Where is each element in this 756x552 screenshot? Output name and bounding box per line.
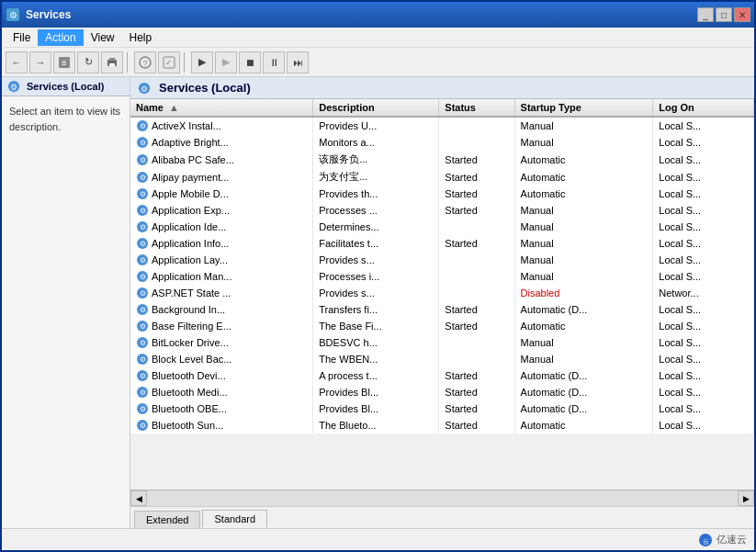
service-icon: ⚙ — [136, 136, 149, 149]
table-row[interactable]: ⚙Application Info...Facilitates t...Star… — [130, 235, 754, 252]
service-startup-cell: Automatic — [514, 151, 653, 168]
service-status-cell — [439, 351, 514, 367]
help-button[interactable]: ? — [134, 51, 156, 73]
table-row[interactable]: ⚙Background In...Transfers fi...StartedA… — [130, 301, 754, 318]
table-row[interactable]: ⚙Adaptive Bright...Monitors a...ManualLo… — [130, 134, 754, 151]
table-row[interactable]: ⚙Alibaba PC Safe...该服务负...StartedAutomat… — [130, 151, 754, 168]
svg-rect-6 — [109, 63, 115, 66]
refresh-button[interactable]: ↻ — [77, 51, 99, 73]
table-row[interactable]: ⚙ASP.NET State ...Provides s...DisabledN… — [130, 285, 754, 301]
service-logon-cell: Local S... — [653, 151, 754, 168]
minimize-button[interactable]: _ — [697, 7, 714, 22]
col-header-name[interactable]: Name ▲ — [130, 99, 313, 117]
pause-button[interactable]: ⏸ — [263, 51, 285, 73]
maximize-button[interactable]: □ — [716, 7, 732, 22]
col-header-logon[interactable]: Log On — [653, 99, 754, 117]
col-header-status[interactable]: Status — [439, 99, 514, 117]
play2-button[interactable]: ▶ — [215, 51, 237, 73]
service-name-cell: ⚙Bluetooth Medi... — [130, 384, 313, 400]
table-row[interactable]: ⚙Apple Mobile D...Provides th...StartedA… — [130, 186, 754, 202]
scroll-track[interactable] — [147, 490, 738, 506]
svg-text:✓: ✓ — [165, 58, 173, 67]
scroll-right-button[interactable]: ▶ — [738, 490, 754, 506]
col-header-startup[interactable]: Startup Type — [514, 99, 653, 117]
service-status-cell: Started — [439, 168, 514, 186]
right-panel-header: ⚙ Services (Local) — [130, 77, 754, 99]
svg-text:⚙: ⚙ — [140, 405, 146, 413]
service-startup-cell: Automatic — [514, 318, 653, 334]
service-desc-cell: Provides Bl... — [313, 384, 439, 400]
stop-button[interactable]: ⏹ — [239, 51, 261, 73]
service-icon: ⚙ — [136, 153, 149, 166]
main-content: ⚙ Services (Local) Select an item to vie… — [2, 77, 754, 528]
service-status-cell: Started — [439, 235, 514, 252]
service-status-cell — [439, 252, 514, 268]
service-logon-cell: Local S... — [653, 186, 754, 202]
service-status-cell: Started — [439, 417, 514, 434]
service-icon: ⚙ — [136, 119, 149, 132]
table-row[interactable]: ⚙BitLocker Drive...BDESVC h...ManualLoca… — [130, 334, 754, 351]
menu-file[interactable]: File — [6, 29, 38, 46]
service-status-cell: Started — [439, 186, 514, 202]
service-name-cell: ⚙Block Level Bac... — [130, 351, 313, 367]
service-desc-cell: Provides Bl... — [313, 400, 439, 417]
svg-text:⚙: ⚙ — [140, 223, 146, 231]
service-desc-cell: Transfers fi... — [313, 301, 439, 318]
window-icon: ⚙ — [6, 7, 20, 22]
service-startup-cell: Automatic (D... — [514, 400, 653, 417]
svg-text:⚙: ⚙ — [140, 355, 146, 364]
table-row[interactable]: ⚙Application Exp...Processes ...StartedM… — [130, 202, 754, 219]
table-row[interactable]: ⚙Bluetooth Devi...A process t...StartedA… — [130, 367, 754, 384]
table-row[interactable]: ⚙Application Man...Processes i...ManualL… — [130, 268, 754, 285]
service-logon-cell: Local S... — [653, 134, 754, 151]
service-status-cell: Started — [439, 400, 514, 417]
table-row[interactable]: ⚙Alipay payment...为支付宝...StartedAutomati… — [130, 168, 754, 186]
menu-view[interactable]: View — [84, 29, 122, 46]
service-icon: ⚙ — [136, 220, 149, 233]
service-startup-cell: Automatic (D... — [514, 367, 653, 384]
table-row[interactable]: ⚙Base Filtering E...The Base Fi...Starte… — [130, 318, 754, 334]
table-row[interactable]: ⚙Bluetooth Sun...The Blueto...StartedAut… — [130, 417, 754, 434]
table-row[interactable]: ⚙Bluetooth OBE...Provides Bl...StartedAu… — [130, 400, 754, 417]
service-icon: ⚙ — [136, 353, 149, 366]
export-button[interactable]: ✓ — [158, 51, 180, 73]
svg-text:⚙: ⚙ — [140, 190, 146, 198]
service-status-cell: Started — [439, 202, 514, 219]
service-status-cell: Started — [439, 318, 514, 334]
horizontal-scrollbar[interactable]: ◀ ▶ — [130, 490, 754, 506]
close-button[interactable]: ✕ — [734, 7, 750, 22]
scroll-left-button[interactable]: ◀ — [130, 490, 147, 506]
left-panel-description: Select an item to view its description. — [2, 96, 130, 141]
menu-action[interactable]: Action — [38, 29, 83, 46]
print-button[interactable] — [101, 51, 123, 73]
services-table[interactable]: Name ▲ Description Status Startup Type L… — [130, 99, 754, 490]
table-row[interactable]: ⚙Bluetooth Medi...Provides Bl...StartedA… — [130, 384, 754, 400]
forward-button[interactable]: → — [29, 51, 51, 73]
svg-text:≡: ≡ — [62, 58, 67, 68]
tab-extended[interactable]: Extended — [134, 511, 200, 528]
svg-text:⚙: ⚙ — [140, 372, 146, 380]
service-status-cell — [439, 134, 514, 151]
service-icon: ⚙ — [136, 369, 149, 382]
service-desc-cell: Monitors a... — [313, 134, 439, 151]
bottom-tabs: Extended Standard — [130, 506, 754, 528]
col-header-desc[interactable]: Description — [313, 99, 439, 117]
service-desc-cell: Determines... — [313, 219, 439, 235]
table-row[interactable]: ⚙Block Level Bac...The WBEN...ManualLoca… — [130, 351, 754, 367]
table-row[interactable]: ⚙Application Lay...Provides s...ManualLo… — [130, 252, 754, 268]
restart-button[interactable]: ⏭ — [287, 51, 309, 73]
menu-help[interactable]: Help — [122, 29, 160, 46]
service-desc-cell: The WBEN... — [313, 351, 439, 367]
tab-standard[interactable]: Standard — [202, 510, 267, 528]
left-panel-header: ⚙ Services (Local) — [2, 77, 130, 96]
up-button[interactable]: ≡ — [53, 51, 75, 73]
services-icon: ⚙ — [7, 80, 20, 93]
service-name-cell: ⚙Background In... — [130, 301, 313, 318]
back-button[interactable]: ← — [6, 51, 28, 73]
status-logo-text: 亿速云 — [717, 533, 747, 546]
service-startup-cell: Manual — [514, 202, 653, 219]
table-row[interactable]: ⚙ActiveX Instal...Provides U...ManualLoc… — [130, 117, 754, 134]
right-panel-title: Services (Local) — [159, 81, 251, 95]
play-button[interactable]: ▶ — [191, 51, 213, 73]
table-row[interactable]: ⚙Application Ide...Determines...ManualLo… — [130, 219, 754, 235]
